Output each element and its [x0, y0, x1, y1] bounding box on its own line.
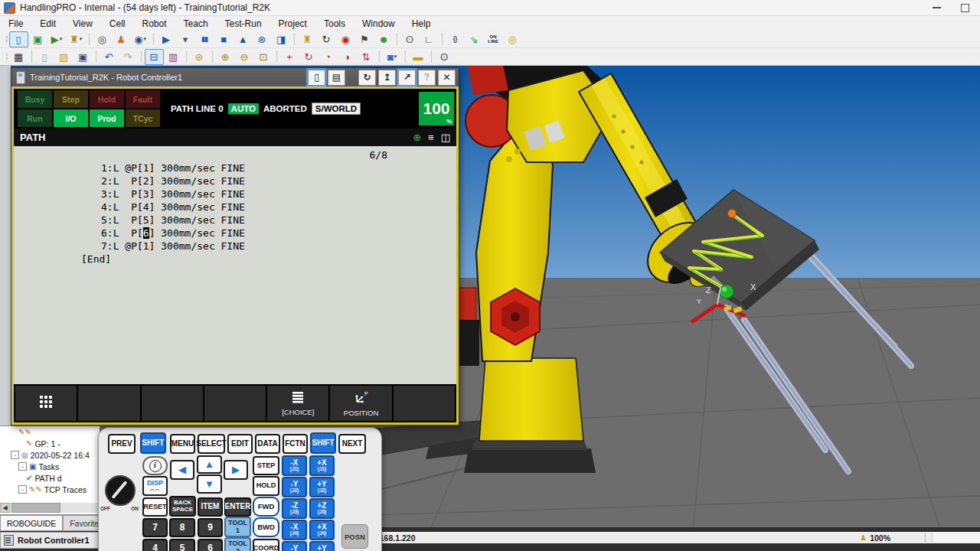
- zoom-out-icon[interactable]: ⊖: [235, 49, 254, 65]
- key-step[interactable]: STEP: [253, 456, 279, 475]
- key-reset[interactable]: RESET: [142, 497, 168, 517]
- key-fctn[interactable]: FCTN: [283, 434, 308, 454]
- key-9[interactable]: 9: [198, 518, 223, 537]
- key-4[interactable]: 4: [142, 539, 168, 551]
- key-6[interactable]: 6: [198, 539, 223, 551]
- key-shift-left[interactable]: SHIFT: [140, 432, 166, 454]
- program-listing[interactable]: 6/8 1:L @P[1] 300mm/sec FINE2:L P[2] 300…: [14, 146, 456, 384]
- online-label-icon[interactable]: ONLINE: [484, 31, 503, 47]
- find-in-cell-icon[interactable]: ◎: [503, 31, 522, 47]
- key-arrow-down[interactable]: ▼: [197, 474, 222, 494]
- pendant-title-bar[interactable]: TrainingTutorial_R2K - Robot Controller1…: [11, 68, 459, 86]
- teach-pendant-icon[interactable]: ▯: [9, 31, 28, 47]
- abort-icon[interactable]: ⊗: [253, 31, 272, 47]
- program-line[interactable]: 1:L @P[1] 300mm/sec FINE: [14, 162, 456, 175]
- tree-item-tasks[interactable]: -▣Tasks: [0, 461, 100, 472]
- softkey-choice[interactable]: [CHOICE]: [267, 386, 328, 421]
- run-options-icon[interactable]: ▾: [176, 31, 195, 47]
- softkey-1[interactable]: [15, 386, 77, 421]
- key-jog-minus-y-j2[interactable]: -Y(J2): [282, 477, 307, 497]
- frame-badge[interactable]: S/WORLD: [312, 103, 361, 115]
- orbit-vertical-icon[interactable]: ◑: [338, 49, 357, 65]
- save-cell-icon[interactable]: ▣: [74, 49, 93, 65]
- key-info[interactable]: i: [142, 456, 168, 475]
- find-surface-icon[interactable]: ◎: [93, 31, 112, 47]
- program-line[interactable]: 4:L P[4] 300mm/sec FINE: [14, 201, 456, 214]
- menu-test-run[interactable]: Test-Run: [217, 18, 270, 29]
- help-button[interactable]: ?: [418, 70, 436, 86]
- menu-teach[interactable]: Teach: [175, 18, 217, 29]
- tree-item-gp-1[interactable]: ✎GP: 1 -: [0, 438, 100, 449]
- mount-robot-icon[interactable]: ♟: [112, 31, 131, 47]
- split-view-icon[interactable]: ◫: [441, 132, 450, 143]
- key-shift-right[interactable]: SHIFT: [310, 432, 336, 454]
- program-line[interactable]: 2:L P[2] 300mm/sec FINE: [14, 175, 456, 188]
- key-disp[interactable]: DISP▭▭: [142, 476, 168, 496]
- zoom-in-icon[interactable]: ⊕: [216, 49, 235, 65]
- menu-robot[interactable]: Robot: [134, 18, 175, 29]
- expander-icon[interactable]: -: [11, 451, 19, 459]
- io-brackets-icon[interactable]: {}: [446, 31, 465, 47]
- key-jog-plus-x-j1[interactable]: +X(J1): [309, 455, 335, 476]
- key-jog-minus-z-j3[interactable]: -Z(J3): [282, 498, 307, 519]
- key-coord[interactable]: COORD: [253, 539, 279, 551]
- signpost-icon[interactable]: ⚑: [355, 31, 374, 47]
- zoom-plus-icon[interactable]: ⊕: [413, 132, 421, 143]
- menu-project[interactable]: Project: [270, 18, 315, 29]
- key-8[interactable]: 8: [169, 518, 195, 537]
- zoom-extents-icon[interactable]: ⇅: [357, 49, 376, 65]
- key-arrow-up[interactable]: ▲: [197, 455, 222, 474]
- key-jog-plus-x-j4[interactable]: +X(J4): [309, 520, 335, 540]
- posn-button[interactable]: POSN: [341, 524, 368, 549]
- tree-item-path-d[interactable]: ✔PATH d: [0, 472, 100, 484]
- key-arrow-left[interactable]: ◀: [170, 460, 194, 480]
- tree-item-2020-05-22-16-4[interactable]: -◎2020-05-22 16:4: [0, 449, 100, 461]
- key-tool-1[interactable]: TOOL1: [224, 517, 251, 537]
- rotate-view-icon[interactable]: ↻: [299, 49, 318, 65]
- key-jog-plus-z-j3[interactable]: +Z(J3): [309, 498, 335, 519]
- operator-view-icon[interactable]: ☻: [374, 31, 394, 47]
- key-arrow-right[interactable]: ▶: [224, 460, 248, 480]
- taskbar-item-robot-controller[interactable]: Robot Controller1: [0, 532, 103, 549]
- menu-view[interactable]: View: [64, 18, 101, 29]
- minimize-icon[interactable]: [933, 7, 941, 8]
- program-line[interactable]: 6:L P[6] 300mm/sec FINE: [14, 227, 456, 240]
- maximize-icon[interactable]: [961, 4, 969, 12]
- cell-browser-icon[interactable]: ⊟: [145, 49, 164, 65]
- key-item[interactable]: ITEM: [198, 497, 223, 517]
- mouse-options-icon[interactable]: ʘ: [435, 49, 454, 65]
- measure-tool-icon[interactable]: ∟: [420, 31, 439, 47]
- menu-window[interactable]: Window: [354, 18, 403, 29]
- measure-ruler-icon[interactable]: ▬: [409, 49, 428, 65]
- menu-cell[interactable]: Cell: [101, 18, 134, 29]
- keyboard-button[interactable]: ▤: [328, 70, 345, 86]
- key-jog-minus-y-j5[interactable]: -Y(J5): [282, 541, 307, 551]
- scroll-thumb[interactable]: [11, 503, 60, 513]
- key-backspace[interactable]: BACKSPACE: [169, 496, 196, 517]
- mouse-teach-icon[interactable]: ʘ: [400, 31, 420, 47]
- view-3d-icon[interactable]: ◉▾: [131, 31, 150, 47]
- key-jog-plus-y-j2[interactable]: +Y(J2): [309, 477, 335, 497]
- step-over-icon[interactable]: ◨: [272, 31, 291, 47]
- key-tool-2[interactable]: TOOL2: [224, 537, 251, 551]
- stop-icon[interactable]: ■: [214, 31, 234, 47]
- tree-item[interactable]: ✎✎: [0, 426, 100, 438]
- key-menu[interactable]: MENU: [170, 434, 195, 454]
- key-prev[interactable]: PREV: [108, 434, 136, 454]
- zoom-window-icon[interactable]: ⊡: [254, 49, 273, 65]
- cycle-time-icon[interactable]: ↻: [317, 31, 336, 47]
- refresh-button[interactable]: ↻: [358, 70, 376, 86]
- orbit-horizontal-icon[interactable]: ◔: [318, 49, 338, 65]
- new-cell-icon[interactable]: ▯: [35, 49, 54, 65]
- key-bindings-icon[interactable]: ⊛: [190, 49, 209, 65]
- on-off-knob[interactable]: [105, 475, 136, 506]
- online-toggle-icon[interactable]: ⇘: [465, 31, 484, 47]
- cell-properties-icon[interactable]: ▦: [9, 49, 28, 65]
- program-line[interactable]: 5:L P[5] 300mm/sec FINE: [14, 214, 456, 227]
- menu-tools[interactable]: Tools: [315, 18, 354, 29]
- key-select[interactable]: SELECT: [198, 434, 225, 454]
- camera-views-icon[interactable]: ◙▾: [383, 49, 402, 65]
- menu-edit[interactable]: Edit: [31, 18, 64, 29]
- profiler-icon[interactable]: ▥: [164, 49, 183, 65]
- expander-icon[interactable]: -: [18, 462, 27, 471]
